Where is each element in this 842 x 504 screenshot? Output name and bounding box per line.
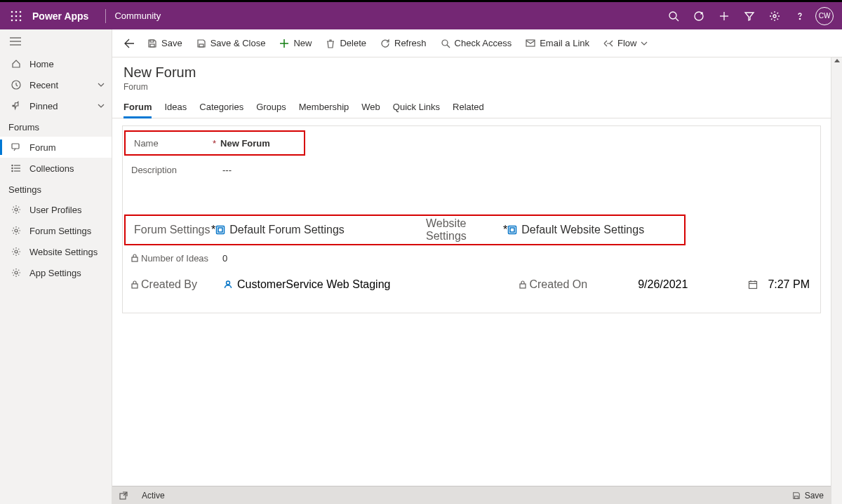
svg-rect-20: [12, 144, 19, 149]
save-button[interactable]: Save: [140, 32, 189, 55]
user-avatar[interactable]: CW: [815, 7, 834, 25]
svg-rect-43: [132, 257, 138, 261]
person-icon: [223, 280, 233, 290]
lock-icon: [131, 254, 138, 262]
nav-user-profiles[interactable]: User Profiles: [0, 199, 112, 220]
nav-forum-settings[interactable]: Forum Settings: [0, 220, 112, 241]
help-icon[interactable]: [787, 2, 813, 30]
field-website-settings[interactable]: Website Settings * Default Website Setti…: [417, 216, 684, 244]
nav-section-forums: Forums: [0, 116, 112, 137]
svg-point-3: [11, 15, 13, 17]
svg-point-26: [12, 170, 13, 171]
svg-rect-31: [150, 40, 154, 42]
field-value: ---: [222, 165, 232, 175]
new-button[interactable]: New: [272, 32, 319, 55]
svg-point-0: [11, 11, 13, 13]
svg-rect-41: [509, 226, 516, 234]
add-icon[interactable]: [711, 2, 737, 30]
svg-point-45: [227, 281, 230, 285]
svg-point-5: [20, 15, 22, 17]
nav-recent[interactable]: Recent: [0, 74, 112, 95]
tab-groups[interactable]: Groups: [256, 97, 286, 118]
back-button[interactable]: [118, 32, 140, 55]
nav-label: Forum Settings: [29, 226, 91, 236]
settings-icon[interactable]: [762, 2, 787, 30]
field-label: Name: [134, 138, 159, 149]
tab-related[interactable]: Related: [453, 97, 484, 118]
nav-label: Forum: [29, 142, 56, 153]
nav-pinned[interactable]: Pinned: [0, 95, 112, 116]
field-created-on[interactable]: Created On 9/26/2021 7:27 PM: [511, 271, 818, 299]
tab-forum[interactable]: Forum: [123, 97, 152, 118]
field-created-by[interactable]: Created By CustomerService Web Staging: [123, 271, 399, 299]
scrollbar[interactable]: [831, 57, 842, 504]
field-label: Forum Settings: [134, 224, 210, 236]
cmd-label: New: [293, 38, 312, 48]
cmd-label: Delete: [340, 38, 366, 48]
svg-rect-39: [217, 226, 225, 234]
tab-ideas[interactable]: Ideas: [164, 97, 187, 118]
popout-icon[interactable]: [119, 491, 128, 500]
refresh-button[interactable]: Refresh: [373, 32, 434, 55]
field-value-time: 7:27 PM: [768, 278, 810, 291]
email-link-button[interactable]: Email a Link: [519, 32, 596, 55]
app-launcher-icon[interactable]: [6, 6, 27, 27]
nav-app-settings[interactable]: App Settings: [0, 262, 112, 283]
nav-home[interactable]: Home: [0, 53, 112, 74]
field-value-link[interactable]: Default Website Settings: [521, 224, 644, 236]
entity-icon: [215, 225, 225, 235]
field-value-link[interactable]: Default Forum Settings: [229, 224, 345, 236]
tab-web[interactable]: Web: [361, 97, 380, 118]
main-area: Save Save & Close New Delete Refresh Che…: [112, 29, 842, 504]
flow-icon: [603, 39, 613, 48]
nav-website-settings[interactable]: Website Settings: [0, 241, 112, 262]
field-value: New Forum: [220, 138, 270, 149]
brand-label[interactable]: Power Apps: [32, 11, 88, 22]
field-description[interactable]: Description ---: [123, 157, 820, 182]
target-icon[interactable]: [686, 2, 711, 30]
svg-point-24: [12, 165, 13, 165]
hamburger-icon[interactable]: [10, 37, 21, 46]
check-access-button[interactable]: Check Access: [434, 32, 519, 55]
gear-icon: [10, 268, 22, 278]
flow-button[interactable]: Flow: [596, 32, 655, 55]
field-number-of-ideas[interactable]: Number of Ideas 0: [123, 245, 820, 271]
cmd-label: Email a Link: [540, 38, 589, 48]
refresh-icon: [380, 39, 390, 48]
delete-button[interactable]: Delete: [319, 32, 373, 55]
app-name-label[interactable]: Community: [114, 11, 161, 21]
nav-collections[interactable]: Collections: [0, 158, 112, 179]
svg-point-29: [15, 250, 18, 253]
statusbar-save-button[interactable]: Save: [792, 491, 824, 500]
svg-line-10: [676, 18, 679, 21]
save-close-button[interactable]: Save & Close: [189, 32, 273, 55]
nav-forum[interactable]: Forum: [0, 137, 112, 158]
list-icon: [10, 163, 22, 173]
svg-point-27: [15, 208, 18, 211]
field-created-row: Created By CustomerService Web Staging C…: [123, 271, 820, 299]
required-marker: *: [213, 138, 216, 149]
tab-quick-links[interactable]: Quick Links: [393, 97, 440, 118]
field-value-link[interactable]: CustomerService Web Staging: [237, 278, 390, 291]
home-icon: [10, 59, 22, 69]
nav-label: User Profiles: [29, 205, 81, 215]
field-value-date: 9/26/2021: [638, 278, 688, 291]
form-tabs: Forum Ideas Categories Groups Membership…: [112, 92, 831, 118]
svg-point-25: [12, 168, 13, 168]
mail-icon: [526, 39, 535, 48]
chevron-down-icon: [641, 41, 648, 46]
field-forum-settings[interactable]: Forum Settings * Default Forum Settings: [126, 216, 417, 244]
field-name[interactable]: Name * New Forum: [124, 130, 305, 156]
filter-icon[interactable]: [737, 2, 762, 30]
search-icon[interactable]: [661, 2, 686, 30]
gear-icon: [10, 205, 22, 214]
nav-label: App Settings: [29, 268, 81, 278]
tab-categories[interactable]: Categories: [199, 97, 243, 118]
topbar-divider: [105, 9, 106, 23]
tab-membership[interactable]: Membership: [299, 97, 349, 118]
cmd-label: Save & Close: [210, 38, 266, 48]
svg-rect-47: [749, 282, 757, 289]
left-nav: Home Recent Pinned Forums Forum Collecti…: [0, 29, 112, 504]
nav-label: Website Settings: [29, 247, 98, 257]
nav-label: Collections: [29, 163, 74, 174]
